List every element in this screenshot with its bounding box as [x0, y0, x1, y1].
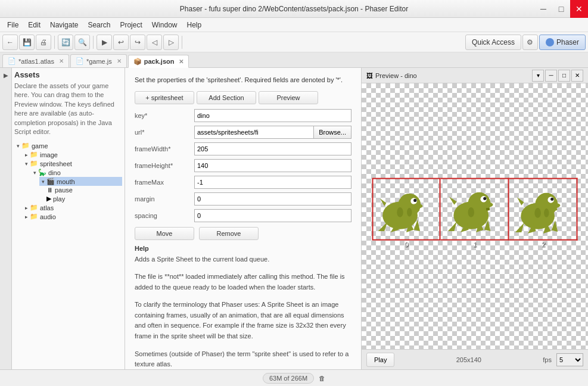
tab-pack-label: pack.json [144, 58, 175, 65]
browse-button[interactable]: Browse... [314, 126, 351, 139]
expand-game-icon: ▾ [14, 143, 21, 149]
field-framemax: frameMax [135, 176, 351, 189]
expand-image-icon: ▸ [23, 152, 30, 158]
panel-arrow-icon[interactable]: ▶ [1, 70, 11, 80]
close-button[interactable]: ✕ [570, 0, 588, 18]
tree-item-audio[interactable]: ▸ 📁 audio [23, 212, 122, 221]
menu-window[interactable]: Window [147, 20, 182, 30]
tree-item-image[interactable]: ▸ 📁 image [23, 150, 122, 159]
input-spacing[interactable] [194, 209, 351, 222]
tab-pack[interactable]: 📦 pack.json ✕ [128, 55, 189, 68]
preview-maximize-btn[interactable]: □ [558, 70, 570, 82]
redo-button[interactable]: ↪ [130, 35, 145, 50]
tree-item-mouth[interactable]: ▾ 🎬 mouth [39, 177, 122, 186]
svg-marker-35 [517, 197, 524, 206]
save-all-button[interactable]: 🖨 [36, 35, 51, 50]
folder-image-icon: 📁 [30, 151, 38, 158]
menu-project[interactable]: Project [115, 20, 147, 30]
tab-game[interactable]: 📄 *game.js ✕ [70, 54, 127, 67]
svg-point-37 [544, 208, 549, 217]
preferences-button[interactable]: ⚙ [522, 35, 538, 50]
remove-button[interactable]: Remove [199, 227, 259, 240]
input-key[interactable] [194, 109, 351, 122]
tree-item-play[interactable]: ▶ play [39, 194, 122, 203]
tree-item-pause[interactable]: ⏸ pause [39, 186, 122, 194]
refresh-button[interactable]: 🔄 [58, 35, 73, 50]
window-controls: ─ □ ✕ [534, 0, 588, 18]
svg-point-4 [413, 204, 423, 208]
tree-item-atlas[interactable]: ▸ 📁 atlas [23, 203, 122, 212]
svg-point-16 [483, 197, 486, 200]
label-spacing: spacing [135, 212, 194, 219]
minimize-button[interactable]: ─ [534, 0, 552, 18]
tree-item-spritesheet[interactable]: ▾ 📁 spritesheet [23, 159, 122, 168]
label-framemax: frameMax [135, 179, 194, 186]
field-spacing: spacing [135, 209, 351, 222]
nav-forward-button[interactable]: ▷ [163, 35, 179, 50]
tree-label-mouth: mouth [57, 178, 75, 185]
menu-search[interactable]: Search [83, 20, 115, 30]
preview-close-btn[interactable]: ✕ [571, 70, 583, 82]
nav-back-button[interactable]: ◁ [147, 35, 162, 50]
label-frameheight: frameHeight* [135, 162, 194, 169]
assets-description: Declare the assets of your game here. Yo… [14, 82, 122, 136]
fps-select[interactable]: 5 10 15 24 30 [556, 353, 583, 366]
help-section: Help Adds a Sprite Sheet to the current … [135, 245, 351, 370]
menu-navigate[interactable]: Navigate [45, 20, 83, 30]
tree-label-spritesheet: spritesheet [40, 160, 72, 167]
preview-dropdown-btn[interactable]: ▾ [532, 70, 544, 82]
quick-access-button[interactable]: Quick Access [465, 35, 521, 50]
tree-item-game[interactable]: ▾ 📁 game [14, 141, 122, 150]
right-panel: 🖼 Preview - dino ▾ ─ □ ✕ [362, 68, 588, 369]
input-framewidth[interactable] [194, 142, 351, 155]
back-button[interactable]: ← [2, 35, 18, 50]
phaser-button[interactable]: Phaser [539, 35, 586, 50]
move-remove-group: Move Remove [135, 227, 351, 240]
expand-spritesheet-icon: ▾ [23, 161, 30, 167]
tree-item-dino[interactable]: ▾ 🦕 dino [31, 168, 122, 177]
input-margin[interactable] [194, 192, 351, 206]
tab-atlas[interactable]: 📄 *atlas1.atlas ✕ [2, 54, 69, 67]
undo-button[interactable]: ↩ [113, 35, 129, 50]
svg-marker-10 [380, 198, 387, 206]
menu-edit[interactable]: Edit [23, 20, 45, 30]
svg-rect-30 [553, 208, 557, 210]
preview-icon: 🖼 [366, 72, 373, 79]
add-spritesheet-button[interactable]: + spritesheet [135, 91, 194, 104]
tree-label-dino: dino [48, 169, 61, 176]
maximize-button[interactable]: □ [552, 0, 570, 18]
left-panel-icons: ▶ [0, 68, 12, 369]
tab-pack-close[interactable]: ✕ [179, 58, 183, 65]
left-panel-content: ▶ Assets Declare the assets of your game… [0, 68, 125, 369]
left-panel: ▶ Assets Declare the assets of your game… [0, 68, 125, 369]
preview-button[interactable]: Preview [259, 91, 318, 104]
input-framemax[interactable] [194, 176, 351, 189]
folder-audio-icon: 📁 [30, 213, 38, 220]
tab-game-close[interactable]: ✕ [117, 58, 122, 64]
tab-atlas-icon: 📄 [8, 57, 16, 65]
preview-controls: ▾ ─ □ ✕ [532, 70, 583, 82]
trash-icon[interactable]: 🗑 [319, 375, 325, 382]
label-url: url* [135, 129, 194, 136]
search-button[interactable]: 🔍 [74, 35, 90, 50]
move-button[interactable]: Move [135, 227, 194, 240]
expand-audio-icon: ▸ [23, 214, 30, 220]
add-section-button[interactable]: Add Section [197, 91, 256, 104]
help-para1: The file is **not** loaded immediately a… [135, 272, 351, 292]
menu-file[interactable]: File [2, 20, 23, 30]
play-button[interactable]: Play [366, 353, 394, 367]
tab-atlas-close[interactable]: ✕ [59, 58, 64, 64]
run-button[interactable]: ▶ [97, 35, 112, 50]
save-button[interactable]: 💾 [19, 35, 35, 50]
input-frameheight[interactable] [194, 159, 351, 172]
tree-label-atlas: atlas [40, 204, 54, 211]
tree-children-dino: ▾ 🎬 mouth ⏸ pause [31, 177, 122, 203]
preview-minimize-btn[interactable]: ─ [545, 70, 557, 82]
form-header: Set the properties of the 'spritesheet'.… [135, 75, 351, 85]
toolbar-sep-2 [93, 36, 94, 49]
menu-help[interactable]: Help [182, 20, 206, 30]
input-url[interactable] [194, 126, 314, 139]
tree-label-play: play [53, 195, 65, 203]
tab-game-icon: 📄 [76, 57, 84, 65]
svg-marker-19 [448, 222, 457, 231]
